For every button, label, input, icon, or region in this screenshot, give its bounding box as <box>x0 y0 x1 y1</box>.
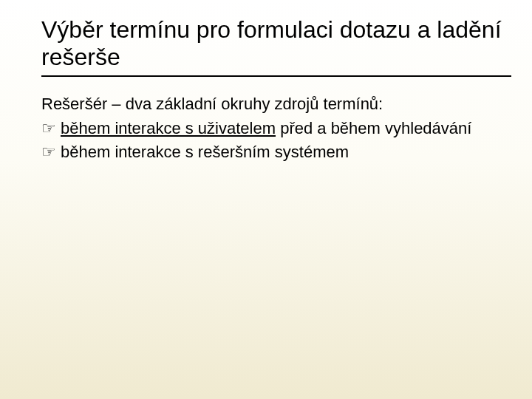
list-item: ☞během interakce s rešeršním systémem <box>41 141 511 163</box>
hand-icon: ☞ <box>41 143 56 161</box>
bullet-underlined: během interakce s uživatelem <box>61 119 276 137</box>
slide-title: Výběr termínu pro formulaci dotazu a lad… <box>41 16 511 71</box>
list-item: ☞během interakce s uživatelem před a běh… <box>41 117 511 140</box>
bullet-rest: během interakce s rešeršním systémem <box>61 143 349 161</box>
intro-line: Rešeršér – dva základní okruhy zdrojů te… <box>41 93 511 115</box>
hand-icon: ☞ <box>41 119 56 137</box>
bullet-list: ☞během interakce s uživatelem před a běh… <box>41 117 511 163</box>
bullet-rest: před a během vyhledávání <box>276 119 471 137</box>
title-underline <box>41 75 511 77</box>
